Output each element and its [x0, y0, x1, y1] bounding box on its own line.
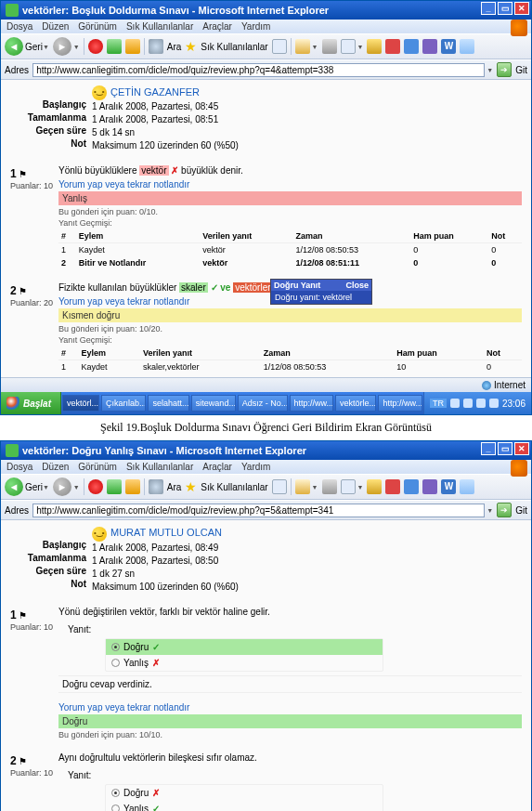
- search-icon[interactable]: [149, 479, 163, 494]
- search-icon[interactable]: [149, 39, 163, 54]
- stop-icon[interactable]: [88, 39, 103, 54]
- search-label[interactable]: Ara: [167, 482, 182, 492]
- regrade-link[interactable]: Yorum yap veya tekrar notlandır: [58, 702, 522, 713]
- chevron-down-icon[interactable]: ▼: [357, 44, 364, 50]
- tool-red-icon[interactable]: [385, 39, 400, 54]
- go-button[interactable]: ➔: [497, 503, 512, 517]
- address-dropdown-icon[interactable]: ▼: [487, 507, 493, 514]
- permalink-icon[interactable]: ⚑: [19, 756, 27, 766]
- minimize-button[interactable]: _: [481, 442, 496, 455]
- taskbar-item[interactable]: http://ww...: [378, 395, 422, 412]
- tool-purple-icon[interactable]: [422, 479, 437, 494]
- word-icon[interactable]: W: [441, 39, 456, 54]
- discuss-icon[interactable]: [367, 39, 382, 54]
- menubar[interactable]: Dosya Düzen Görünüm Sık Kullanılanlar Ar…: [1, 20, 531, 33]
- refresh-icon[interactable]: [107, 39, 122, 54]
- menu-help[interactable]: Yardım: [241, 462, 271, 472]
- stop-icon[interactable]: [88, 479, 103, 494]
- chevron-down-icon[interactable]: ▼: [43, 484, 49, 491]
- menu-edit[interactable]: Düzen: [42, 21, 69, 32]
- menubar[interactable]: Dosya Düzen Görünüm Sık Kullanılanlar Ar…: [1, 460, 531, 474]
- edit-icon[interactable]: [341, 479, 356, 494]
- links-icon[interactable]: [460, 39, 474, 54]
- history-icon[interactable]: [272, 39, 287, 54]
- links-icon[interactable]: [460, 479, 474, 494]
- radio-icon[interactable]: [111, 659, 120, 667]
- taskbar[interactable]: Başlat vektörl... Çıkarılab... selahatt.…: [1, 392, 531, 414]
- address-input[interactable]: [32, 63, 485, 77]
- tray-icon[interactable]: [489, 399, 499, 408]
- tool-red-icon[interactable]: [385, 479, 400, 494]
- menu-file[interactable]: Dosya: [6, 21, 32, 32]
- taskbar-item[interactable]: selahatt...: [148, 395, 188, 412]
- tooltip-close[interactable]: Close: [345, 281, 369, 290]
- home-icon[interactable]: [125, 479, 140, 494]
- regrade-link[interactable]: Yorum yap veya tekrar notlandır: [58, 179, 522, 190]
- taskbar-item[interactable]: Adsız - No...: [238, 395, 288, 412]
- menu-favorites[interactable]: Sık Kullanılanlar: [126, 462, 193, 472]
- favorites-label[interactable]: Sık Kullanılanlar: [201, 42, 267, 52]
- menu-file[interactable]: Dosya: [6, 462, 32, 472]
- taskbar-item[interactable]: vektörl...: [62, 395, 99, 412]
- menu-favorites[interactable]: Sık Kullanılanlar: [126, 21, 193, 32]
- permalink-icon[interactable]: ⚑: [19, 610, 27, 621]
- menu-tools[interactable]: Araçlar: [202, 21, 232, 32]
- close-button[interactable]: ✕: [514, 2, 529, 15]
- go-button[interactable]: ➔: [497, 62, 512, 77]
- forward-button[interactable]: ►: [53, 37, 71, 56]
- refresh-icon[interactable]: [107, 479, 122, 494]
- maximize-button[interactable]: ▭: [498, 442, 513, 455]
- tray-icon[interactable]: [463, 399, 473, 408]
- tool-blue-icon[interactable]: [404, 479, 419, 494]
- taskbar-item[interactable]: http://ww...: [290, 395, 334, 412]
- menu-view[interactable]: Görünüm: [78, 21, 117, 32]
- mail-icon[interactable]: [295, 39, 310, 54]
- option-false[interactable]: Yanlış ✗: [106, 655, 383, 671]
- chevron-down-icon[interactable]: ▼: [312, 484, 318, 491]
- start-button[interactable]: Başlat: [1, 392, 61, 414]
- language-indicator[interactable]: TR: [430, 399, 447, 408]
- minimize-button[interactable]: _: [481, 2, 496, 15]
- titlebar[interactable]: vektörler: Doğru Yanlış Sınavı - Microso…: [1, 441, 531, 460]
- radio-icon[interactable]: [111, 789, 120, 797]
- menu-edit[interactable]: Düzen: [42, 462, 69, 472]
- address-dropdown-icon[interactable]: ▼: [487, 67, 493, 73]
- print-icon[interactable]: [322, 39, 337, 54]
- forward-button[interactable]: ►: [53, 477, 71, 496]
- system-tray[interactable]: TR 23:06: [423, 392, 531, 414]
- favorites-star-icon[interactable]: ★: [185, 479, 197, 494]
- option-true[interactable]: Doğru ✓: [106, 639, 383, 655]
- discuss-icon[interactable]: [367, 479, 382, 494]
- address-input[interactable]: [32, 504, 485, 517]
- chevron-down-icon[interactable]: ▼: [312, 44, 318, 50]
- back-button[interactable]: ◄ Geri ▼: [5, 477, 49, 496]
- taskbar-item[interactable]: sitewand...: [191, 395, 236, 412]
- permalink-icon[interactable]: ⚑: [19, 286, 27, 296]
- tray-icon[interactable]: [450, 399, 460, 408]
- option-false[interactable]: Yanlış ✓: [106, 801, 383, 811]
- radio-icon[interactable]: [111, 804, 120, 811]
- student-name[interactable]: ÇETİN GAZANFER: [110, 86, 200, 98]
- radio-icon[interactable]: [111, 643, 120, 651]
- tool-purple-icon[interactable]: [422, 39, 437, 54]
- print-icon[interactable]: [322, 479, 337, 494]
- permalink-icon[interactable]: ⚑: [19, 169, 27, 179]
- mail-icon[interactable]: [295, 479, 310, 494]
- chevron-down-icon[interactable]: ▼: [73, 44, 80, 50]
- menu-tools[interactable]: Araçlar: [202, 462, 232, 472]
- titlebar[interactable]: vektörler: Boşluk Doldurma Sınavı - Micr…: [1, 1, 531, 20]
- tray-icon[interactable]: [476, 399, 486, 408]
- chevron-down-icon[interactable]: ▼: [73, 484, 80, 491]
- search-label[interactable]: Ara: [167, 42, 182, 52]
- favorites-star-icon[interactable]: ★: [185, 39, 197, 54]
- option-true[interactable]: Doğru ✗: [106, 785, 383, 801]
- back-button[interactable]: ◄ Geri ▼: [5, 37, 49, 56]
- menu-help[interactable]: Yardım: [241, 21, 271, 32]
- menu-view[interactable]: Görünüm: [78, 462, 117, 472]
- taskbar-item[interactable]: Çıkarılab...: [101, 395, 146, 412]
- home-icon[interactable]: [125, 39, 140, 54]
- history-icon[interactable]: [272, 479, 287, 494]
- close-button[interactable]: ✕: [514, 442, 529, 455]
- tool-blue-icon[interactable]: [404, 39, 419, 54]
- word-icon[interactable]: W: [441, 479, 456, 494]
